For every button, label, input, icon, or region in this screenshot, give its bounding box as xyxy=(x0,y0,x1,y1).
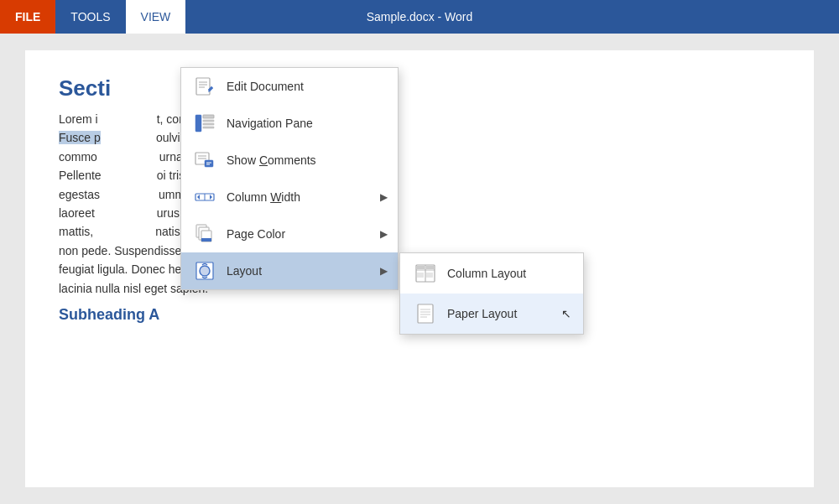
svg-rect-23 xyxy=(201,238,211,242)
navigation-pane-label: Navigation Pane xyxy=(227,117,388,130)
svg-rect-9 xyxy=(203,127,214,128)
menu-item-column-width[interactable]: Column Width ▶ xyxy=(181,179,398,216)
show-comments-label: Show Comments xyxy=(227,153,388,167)
menu-item-layout[interactable]: Layout ▶ xyxy=(181,252,398,289)
layout-submenu: Column Layout Paper Layout xyxy=(399,252,584,335)
document-area: Secti Lorem i t, consectetuer adipiscing… xyxy=(0,34,839,504)
column-layout-icon xyxy=(412,262,439,285)
svg-rect-29 xyxy=(417,266,425,269)
show-comments-icon xyxy=(191,148,218,172)
edit-document-label: Edit Document xyxy=(227,80,388,93)
submenu-item-column-layout[interactable]: Column Layout xyxy=(400,253,583,294)
tools-tab[interactable]: TOOLS xyxy=(55,0,125,34)
file-tab[interactable]: FILE xyxy=(0,0,55,34)
svg-rect-30 xyxy=(426,266,434,269)
paper-layout-icon xyxy=(412,302,439,325)
page-color-arrow: ▶ xyxy=(380,228,388,240)
page-color-icon xyxy=(191,222,218,246)
layout-label: Layout xyxy=(227,264,380,278)
svg-rect-5 xyxy=(195,115,201,132)
view-tab[interactable]: VIEW xyxy=(126,0,186,34)
svg-rect-7 xyxy=(203,120,214,122)
layout-icon xyxy=(191,259,218,283)
page-color-label: Page Color xyxy=(227,227,380,241)
svg-rect-37 xyxy=(418,304,433,323)
layout-arrow: ▶ xyxy=(380,265,388,277)
document-title: Sample.docx - Word xyxy=(367,10,473,23)
svg-rect-13 xyxy=(205,160,213,167)
doc-heading: Secti xyxy=(59,75,780,101)
column-layout-label: Column Layout xyxy=(447,267,571,280)
column-width-label: Column Width xyxy=(227,190,380,204)
svg-rect-0 xyxy=(196,78,210,95)
svg-rect-8 xyxy=(203,123,214,125)
view-dropdown-menu: Edit Document Navigation Pane xyxy=(180,67,399,290)
navigation-pane-icon xyxy=(191,112,218,135)
column-width-icon xyxy=(191,185,218,209)
svg-rect-6 xyxy=(203,115,214,118)
menu-item-navigation-pane[interactable]: Navigation Pane xyxy=(181,105,398,142)
menu-item-show-comments[interactable]: Show Comments xyxy=(181,142,398,179)
edit-document-icon xyxy=(191,75,218,98)
column-width-arrow: ▶ xyxy=(380,191,388,203)
menu-item-page-color[interactable]: Page Color ▶ xyxy=(181,216,398,252)
paper-layout-label: Paper Layout xyxy=(447,307,558,320)
menu-item-edit-document[interactable]: Edit Document xyxy=(181,68,398,105)
submenu-item-paper-layout[interactable]: Paper Layout ↖ xyxy=(400,294,583,334)
title-bar: FILE TOOLS VIEW Sample.docx - Word xyxy=(0,0,839,34)
cursor-indicator: ↖ xyxy=(561,307,571,320)
